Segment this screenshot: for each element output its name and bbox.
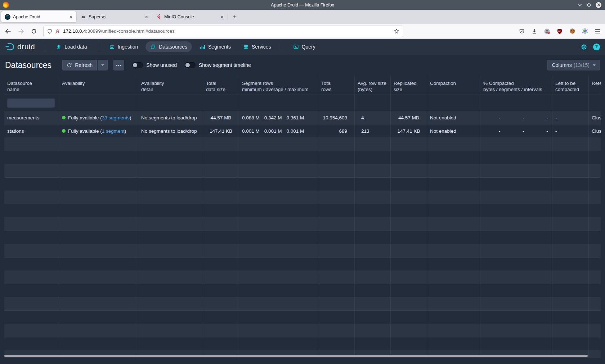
window-title: Apache Druid — Mozilla Firefox (0, 3, 605, 8)
window-minimize-button[interactable] (577, 4, 582, 6)
window-close-button[interactable] (596, 2, 601, 8)
insecure-lock-icon[interactable] (55, 28, 60, 34)
column-header-name[interactable]: Datasourcename (4, 76, 59, 95)
tab-close-icon[interactable]: × (68, 14, 73, 20)
back-button[interactable] (3, 26, 13, 36)
table-empty-row (4, 191, 601, 204)
druid-logo[interactable]: druid (5, 42, 35, 51)
nav-datasources[interactable]: Datasources (145, 41, 192, 52)
reload-button[interactable] (29, 26, 39, 36)
columns-button[interactable]: Columns (13/15) (547, 60, 600, 70)
cell-segment_rows (239, 138, 318, 151)
column-header-replicated_size[interactable]: Replicatedsize (391, 76, 427, 95)
segments-count-link[interactable]: 33 segments (102, 115, 130, 120)
column-header-availability[interactable]: Availability (59, 76, 138, 95)
help-icon[interactable]: ? (593, 44, 600, 50)
cell-name (4, 337, 59, 350)
asterisk-extension-icon[interactable] (582, 28, 588, 35)
column-header-avg_row_size[interactable]: Avg. row size(bytes) (355, 76, 391, 95)
cell-compaction (427, 324, 480, 337)
cell-retention (589, 151, 601, 164)
bookmark-star-icon[interactable] (394, 28, 399, 34)
segments-count-link[interactable]: 1 segment (102, 128, 125, 134)
column-header-availability_detail[interactable]: Availabilitydetail (138, 76, 203, 95)
cell-retention (589, 297, 601, 310)
cell-total_data_size (203, 218, 239, 231)
tab-close-icon[interactable]: × (144, 14, 149, 20)
settings-gear-icon[interactable] (581, 44, 587, 50)
cell-replicated_size (391, 271, 427, 284)
cell-total_data_size: 44.57 MB (203, 111, 239, 124)
tab-minio-console[interactable]: MinIO Console × (152, 11, 228, 22)
forward-button[interactable] (16, 26, 26, 36)
menu-hamburger-icon[interactable] (594, 28, 601, 35)
cell-total_rows: 689 (318, 124, 355, 137)
cell-availability (59, 231, 138, 244)
tab-superset[interactable]: ∞ Superset × (77, 11, 152, 22)
datasource-name-filter-input[interactable] (7, 98, 55, 108)
tab-apache-druid[interactable]: Apache Druid × (1, 11, 76, 22)
show-timeline-toggle-group: Show segment timeline (185, 62, 251, 68)
cell-left_to_be_compacted (552, 178, 589, 191)
column-header-segment_rows[interactable]: Segment rowsminimum / average / maximum (239, 76, 318, 95)
refresh-button[interactable]: Refresh (62, 60, 97, 70)
nav-services[interactable]: Services (238, 41, 276, 52)
column-header-compaction[interactable]: Compaction (427, 76, 480, 95)
cell-name (4, 324, 59, 337)
nav-segments[interactable]: Segments (195, 41, 236, 52)
extension-account-icon[interactable] (544, 28, 550, 35)
cell-name (4, 297, 59, 310)
column-header-left_to_be_compacted[interactable]: Left to becompacted (552, 76, 589, 95)
table-row-measurements[interactable]: measurementsFully available (33 segments… (4, 111, 601, 124)
downloads-icon[interactable] (531, 28, 538, 35)
cell-segment_rows (239, 244, 318, 257)
ublock-icon[interactable]: UO (556, 28, 563, 35)
cell-replicated_size (391, 284, 427, 297)
new-tab-button[interactable]: + (229, 13, 240, 21)
cell-availability_detail (138, 271, 203, 284)
cell-availability (59, 151, 138, 164)
table-empty-row (4, 151, 601, 164)
cell-availability_detail (138, 324, 203, 337)
show-timeline-toggle[interactable] (185, 62, 196, 68)
nav-query[interactable]: Query (288, 41, 320, 52)
horizontal-scrollbar[interactable] (4, 355, 588, 357)
cell-compaction (427, 244, 480, 257)
column-header-retention[interactable]: Rete (589, 76, 601, 95)
cell-left_to_be_compacted: - (552, 124, 589, 137)
window-maximize-button[interactable] (586, 3, 591, 8)
column-header-total_data_size[interactable]: Totaldata size (203, 76, 239, 95)
refresh-dropdown-button[interactable] (98, 60, 108, 70)
table-row-stations[interactable]: stationsFully available (1 segment)No se… (4, 124, 601, 138)
minio-favicon-icon (156, 14, 162, 20)
cell-availability (59, 337, 138, 350)
cookie-icon[interactable] (569, 28, 575, 35)
more-actions-button[interactable]: ••• (113, 60, 124, 70)
tab-close-icon[interactable]: × (219, 14, 225, 20)
segment-rows-value: 0.342 M (264, 115, 282, 120)
filter-cell-replicated_size (391, 95, 427, 111)
tracking-shield-icon[interactable] (47, 28, 52, 34)
show-unused-toggle-group: Show unused (132, 62, 177, 68)
column-header-pct_compacted[interactable]: % Compactedbytes / segments / intervals (480, 76, 552, 95)
nav-ingestion[interactable]: Ingestion (104, 41, 143, 52)
cell-availability: Fully available (33 segments) (59, 111, 138, 124)
nav-label: Query (302, 44, 315, 50)
column-header-total_rows[interactable]: Totalrows (318, 76, 355, 95)
cell-pct_compacted (480, 337, 552, 350)
cell-compaction: Not enabled (427, 111, 480, 124)
nav-label: Services (252, 44, 271, 50)
refresh-icon (67, 63, 72, 68)
cell-name: measurements (4, 111, 59, 124)
filter-cell-name (4, 95, 59, 111)
cell-segment_rows: 0.088 M0.342 M0.361 M (239, 111, 318, 124)
pocket-icon[interactable] (519, 28, 525, 35)
nav-load-data[interactable]: Load data (51, 41, 91, 52)
cell-availability (59, 284, 138, 297)
cell-avg_row_size (355, 244, 391, 257)
cell-total_rows (318, 218, 355, 231)
cell-segment_rows (239, 178, 318, 191)
url-bar[interactable]: 172.18.0.4:30899/unified-console.html#da… (43, 26, 403, 37)
show-unused-toggle[interactable] (132, 62, 143, 68)
cell-total_rows (318, 244, 355, 257)
